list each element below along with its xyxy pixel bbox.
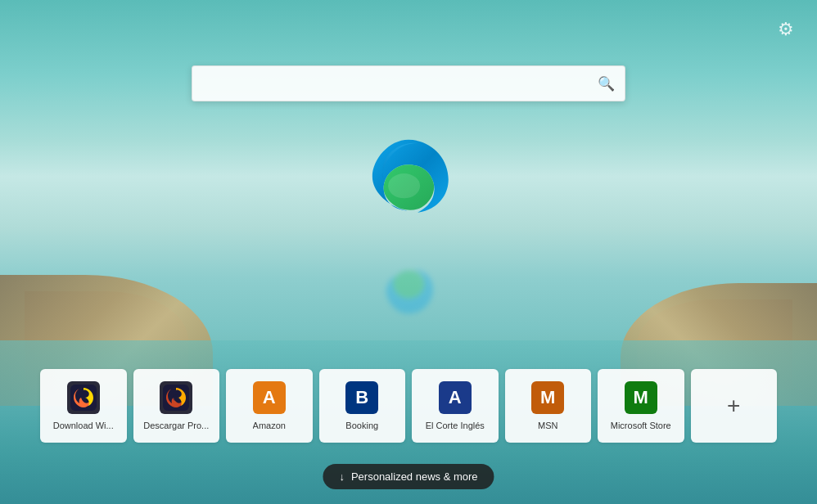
quick-link-booking-label: Booking — [345, 421, 378, 430]
download-wi-icon — [67, 381, 100, 414]
quick-link-amazon-label: Amazon — [253, 421, 286, 430]
quick-link-msn-label: MSN — [538, 421, 557, 430]
booking-icon: B — [345, 381, 378, 414]
quick-links-bar: Download Wi... Descargar Pro... A Amazon… — [40, 369, 777, 443]
svg-point-3 — [173, 394, 179, 401]
microsoft-store-icon: M — [625, 381, 657, 414]
search-container: 🔍 — [192, 65, 625, 101]
arrow-down-icon: ↓ — [339, 470, 345, 483]
quick-link-booking[interactable]: B Booking — [319, 369, 406, 443]
descargar-pro-icon — [160, 381, 192, 414]
search-bar: 🔍 — [192, 65, 625, 101]
msn-icon: M — [531, 381, 564, 414]
news-button-label: Personalized news & more — [351, 470, 478, 483]
el-corte-ingles-icon: A — [439, 381, 472, 414]
quick-link-el-corte-ingles-label: El Corte Inglés — [426, 421, 485, 430]
personalized-news-button[interactable]: ↓ Personalized news & more — [323, 464, 494, 489]
quick-link-amazon[interactable]: A Amazon — [226, 369, 313, 443]
search-input[interactable] — [202, 77, 598, 91]
quick-link-microsoft-store-label: Microsoft Store — [611, 421, 671, 430]
search-icon[interactable]: 🔍 — [598, 75, 615, 92]
settings-button[interactable]: ⚙ — [771, 15, 801, 44]
quick-link-microsoft-store[interactable]: M Microsoft Store — [598, 369, 684, 443]
edge-logo-reflection — [355, 254, 462, 319]
edge-logo — [355, 131, 462, 237]
plus-icon: + — [727, 393, 740, 419]
quick-link-download-wi-label: Download Wi... — [53, 421, 114, 430]
svg-point-0 — [388, 173, 420, 198]
quick-link-el-corte-ingles[interactable]: A El Corte Inglés — [412, 369, 499, 443]
quick-link-msn[interactable]: M MSN — [505, 369, 592, 443]
amazon-icon: A — [253, 381, 286, 414]
quick-link-descargar-pro-label: Descargar Pro... — [143, 421, 209, 430]
quick-link-download-wi[interactable]: Download Wi... — [40, 369, 127, 443]
add-quick-link-button[interactable]: + — [691, 369, 778, 443]
gear-icon: ⚙ — [778, 19, 794, 40]
quick-link-descargar-pro[interactable]: Descargar Pro... — [133, 369, 220, 443]
